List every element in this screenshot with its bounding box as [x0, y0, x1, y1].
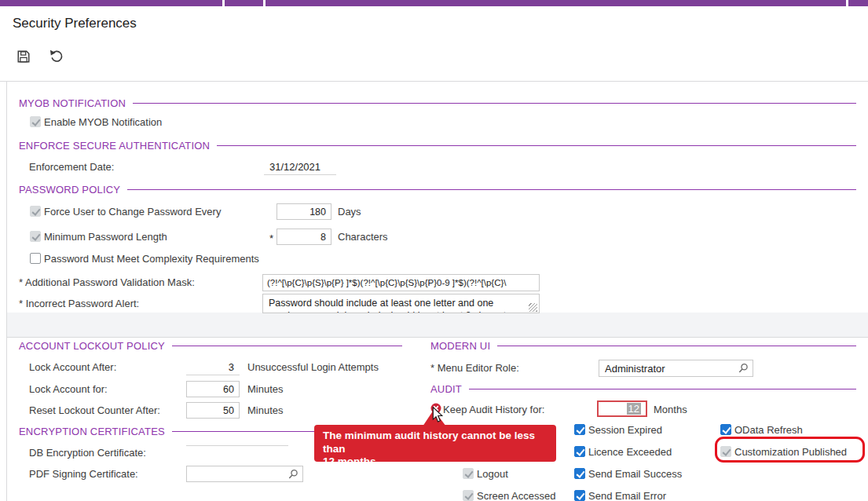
session-expired-checkbox[interactable]	[574, 424, 585, 435]
menu-editor-role-label: * Menu Editor Role:	[430, 362, 519, 375]
audit-checkbox-row: OData Refresh	[720, 424, 803, 436]
pdf-cert-label: PDF Signing Certificate:	[29, 468, 138, 481]
tooltip-text-line2: 12 months.	[323, 455, 548, 469]
licence-exceeded-checkbox[interactable]	[574, 446, 585, 457]
enable-myob-notification-row: Enable MYOB Notification	[30, 116, 162, 128]
audit-checkbox-row: Send Email Success	[574, 468, 682, 480]
keep-audit-unit: Months	[654, 404, 687, 416]
section-password-policy: PASSWORD POLICY	[19, 183, 856, 196]
menu-editor-role-input[interactable]	[599, 363, 738, 375]
required-marker: *	[19, 298, 23, 309]
checkbox-label: OData Refresh	[734, 424, 803, 436]
incorrect-alert-label: * Incorrect Password Alert:	[19, 298, 139, 310]
pdf-cert-lookup	[186, 466, 303, 482]
min-password-length-row: Minimum Password Length	[30, 231, 167, 243]
topbar-tab-segment[interactable]	[0, 0, 222, 6]
section-rule	[469, 389, 856, 389]
force-change-unit: Days	[338, 206, 361, 218]
force-change-days-input[interactable]	[277, 203, 331, 220]
panel-left-border	[6, 82, 7, 501]
send-email-error-checkbox[interactable]	[574, 490, 585, 501]
audit-checkbox-row: Screen Accessed	[463, 490, 555, 501]
save-button[interactable]	[16, 49, 32, 65]
db-cert-field	[186, 445, 288, 446]
audit-checkbox-row: Licence Exceeded	[574, 446, 672, 458]
password-complexity-row: Password Must Meet Complexity Requiremen…	[30, 253, 259, 265]
checkbox-label: Screen Accessed	[477, 490, 555, 501]
pdf-cert-input[interactable]	[187, 468, 288, 480]
save-icon	[16, 49, 31, 64]
keep-audit-history-input[interactable]: 12	[597, 400, 647, 417]
page-title: Security Preferences	[13, 16, 137, 31]
checkbox-label: Enable MYOB Notification	[44, 116, 162, 128]
force-change-password-checkbox[interactable]	[30, 206, 41, 217]
search-icon[interactable]	[738, 363, 749, 374]
validation-mask-input[interactable]	[262, 274, 540, 291]
lock-for-input[interactable]	[186, 381, 240, 397]
topbar-tab-segment[interactable]	[225, 0, 263, 6]
section-rule	[497, 346, 856, 346]
reset-counter-input[interactable]	[186, 402, 240, 419]
error-tooltip: The minimum audit history cannot be less…	[314, 425, 556, 462]
validation-mask-label: * Additional Password Validation Mask:	[19, 276, 195, 289]
lock-after-label: Lock Account After:	[29, 361, 116, 374]
section-title: ACCOUNT LOCKOUT POLICY	[19, 340, 165, 352]
min-password-length-input[interactable]	[277, 229, 331, 245]
odata-refresh-checkbox[interactable]	[720, 424, 731, 435]
lock-for-unit: Minutes	[247, 383, 284, 396]
section-account-lockout: ACCOUNT LOCKOUT POLICY	[19, 339, 402, 352]
section-modern-ui: MODERN UI	[430, 339, 856, 352]
password-complexity-checkbox[interactable]	[30, 253, 41, 264]
send-email-success-checkbox[interactable]	[574, 468, 585, 479]
section-rule	[172, 346, 402, 346]
panel-gap	[7, 313, 868, 337]
lock-for-label: Lock Account for:	[29, 383, 108, 396]
highlight-outline	[715, 437, 865, 463]
security-preferences-screen: Security Preferences MYOB NOTIFICATION E…	[0, 0, 868, 501]
section-rule	[133, 103, 856, 104]
required-marker: *	[19, 276, 23, 288]
textarea-resize-handle[interactable]	[529, 303, 537, 312]
menu-editor-role-lookup	[599, 360, 753, 377]
section-myob-notification: MYOB NOTIFICATION	[19, 97, 856, 109]
min-password-length-checkbox[interactable]	[30, 231, 41, 242]
section-title: AUDIT	[430, 383, 462, 395]
section-title: MODERN UI	[430, 340, 490, 352]
undo-icon	[49, 49, 64, 63]
selected-value: 12	[627, 403, 641, 415]
enforcement-date-field[interactable]: 31/12/2021	[264, 159, 336, 175]
search-icon[interactable]	[288, 469, 299, 480]
reset-counter-label: Reset Lockout Counter After:	[29, 404, 160, 417]
required-marker: *	[269, 232, 273, 245]
panel2-top-border	[7, 337, 868, 338]
required-marker: *	[430, 362, 434, 374]
section-title: MYOB NOTIFICATION	[19, 97, 126, 109]
checkbox-label: Send Email Success	[588, 468, 682, 480]
db-cert-label: DB Encryption Certificate:	[29, 447, 146, 459]
alert-text-line2: number or special symbol, should be at l…	[269, 309, 533, 313]
enable-myob-notification-checkbox[interactable]	[30, 116, 41, 127]
checkbox-label: Logout	[477, 468, 508, 480]
enforcement-date-label: Enforcement Date:	[29, 161, 114, 174]
checkbox-label: Send Email Error	[588, 490, 666, 501]
lock-after-unit: Unsuccessful Login Attempts	[247, 361, 379, 374]
audit-checkbox-row: Logout	[463, 468, 508, 480]
logout-checkbox[interactable]	[463, 468, 474, 479]
section-rule	[127, 189, 856, 190]
checkbox-label: Session Expired	[588, 424, 662, 436]
alert-text-line1: Password should include at least one let…	[269, 297, 533, 309]
force-change-password-row: Force User to Change Password Every	[30, 206, 221, 218]
topbar-tab-segment[interactable]	[848, 0, 868, 6]
section-title: PASSWORD POLICY	[19, 184, 120, 196]
screen-accessed-checkbox[interactable]	[463, 490, 474, 501]
section-title: ENCRYPTION CERTIFICATES	[19, 426, 165, 437]
incorrect-alert-textarea[interactable]: Password should include at least one let…	[262, 294, 540, 313]
audit-checkbox-row: Send Email Error	[574, 490, 666, 501]
section-enforce-secure-auth: ENFORCE SECURE AUTHENTICATION	[19, 139, 856, 152]
topbar-tab-segment[interactable]	[266, 0, 846, 6]
header-divider	[0, 81, 868, 82]
section-rule	[217, 145, 856, 146]
keep-audit-history-label: Keep Audit History for:	[443, 404, 544, 416]
undo-button[interactable]	[49, 49, 65, 65]
checkbox-label: Licence Exceeded	[588, 446, 672, 458]
